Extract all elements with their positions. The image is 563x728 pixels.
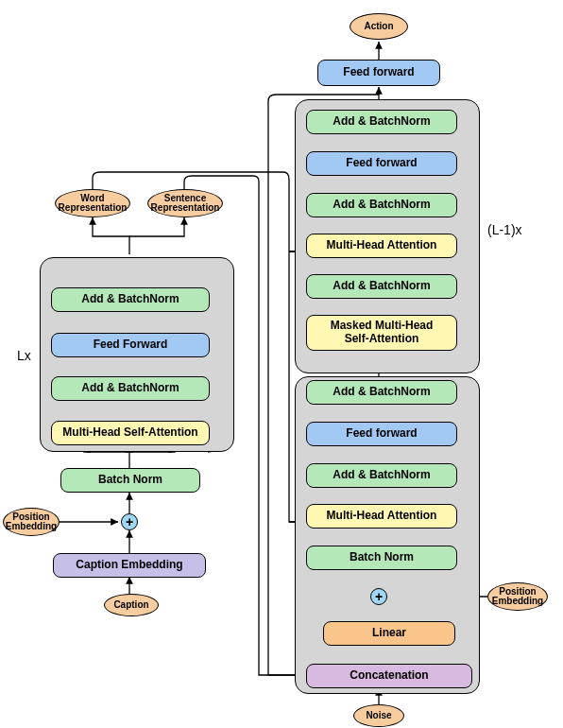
word-rep-oval: Word Representation bbox=[55, 189, 130, 217]
feedforward-top-label: Feed forward bbox=[343, 66, 414, 79]
db-batchnorm: Batch Norm bbox=[306, 546, 457, 570]
sent-rep-oval: Sentence Representation bbox=[147, 189, 223, 217]
feedforward-top: Feed forward bbox=[317, 60, 440, 86]
dt-masked: Masked Multi-Head Self-Attention bbox=[306, 315, 457, 351]
enc-addnorm2: Add & BatchNorm bbox=[51, 287, 210, 312]
db-feedforward: Feed forward bbox=[306, 422, 457, 446]
db-mha: Multi-Head Attention bbox=[306, 504, 457, 529]
dt-addnorm3: Add & BatchNorm bbox=[306, 110, 457, 134]
caption-oval: Caption bbox=[104, 594, 159, 616]
caption-embedding: Caption Embedding bbox=[53, 553, 206, 578]
decoder-top-multiplier: (L-1)x bbox=[487, 222, 522, 237]
enc-batchnorm: Batch Norm bbox=[60, 468, 200, 493]
db-addnorm1: Add & BatchNorm bbox=[306, 463, 457, 488]
pos-embed-left: Position Embedding bbox=[3, 508, 60, 536]
action-oval: Action bbox=[350, 13, 408, 40]
db-addnorm2: Add & BatchNorm bbox=[306, 380, 457, 405]
enc-addnorm1: Add & BatchNorm bbox=[51, 376, 210, 401]
enc-feedforward: Feed Forward bbox=[51, 333, 210, 357]
dt-addnorm2: Add & BatchNorm bbox=[306, 193, 457, 217]
pos-embed-right: Position Embedding bbox=[487, 582, 548, 611]
dt-mha: Multi-Head Attention bbox=[306, 234, 457, 258]
plus-right: + bbox=[370, 588, 387, 605]
enc-selfattn: Multi-Head Self-Attention bbox=[51, 421, 210, 445]
dt-addnorm1: Add & BatchNorm bbox=[306, 274, 457, 299]
db-concat: Concatenation bbox=[306, 664, 472, 688]
db-linear: Linear bbox=[323, 621, 455, 646]
dt-feedforward: Feed forward bbox=[306, 151, 457, 176]
action-label: Action bbox=[364, 22, 393, 32]
plus-left: + bbox=[121, 513, 138, 530]
encoder-multiplier: Lx bbox=[17, 348, 31, 363]
noise-oval: Noise bbox=[353, 704, 404, 727]
